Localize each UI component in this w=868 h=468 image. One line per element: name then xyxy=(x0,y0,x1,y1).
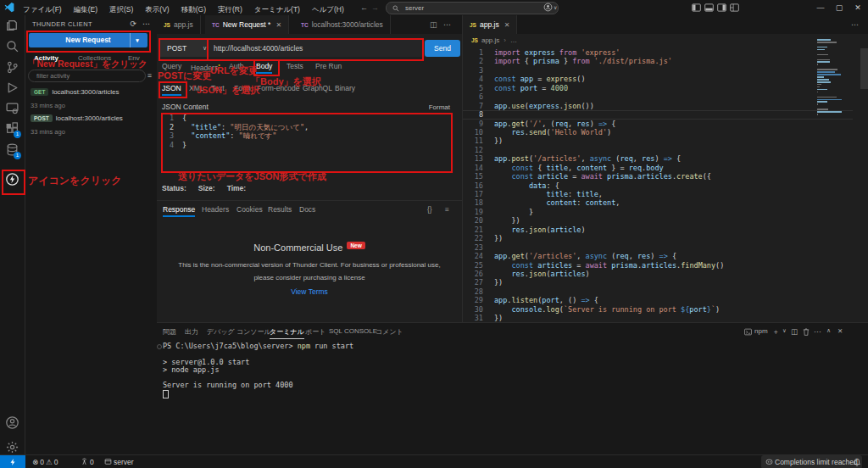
problems-status[interactable]: ⊗0 ⚠0 xyxy=(32,455,58,468)
tab-new-request[interactable]: TCNew Request *✕ xyxy=(205,15,289,34)
response-tab-cookies[interactable]: Cookies xyxy=(236,205,263,214)
method-select[interactable]: POST∨ xyxy=(160,40,211,57)
toggle-secondary-sidebar-icon[interactable] xyxy=(717,3,726,12)
editor-more-actions-icon[interactable]: ⋯ xyxy=(851,15,859,34)
restore-button[interactable]: ▢ xyxy=(831,0,848,15)
response-list-icon[interactable]: ≡ xyxy=(445,205,449,214)
response-tab-response[interactable]: Response xyxy=(163,205,195,217)
format-link[interactable]: Format xyxy=(429,103,450,111)
panel-tab-output[interactable]: 出力 xyxy=(185,327,198,337)
terminal-dropdown-icon[interactable]: ∨ xyxy=(782,327,787,334)
request-tab-body[interactable]: Body xyxy=(256,62,272,74)
body-tab-formencode[interactable]: Form-encode xyxy=(257,84,300,92)
response-tab-results[interactable]: Results xyxy=(268,205,292,214)
split-editor-icon[interactable]: ◫ xyxy=(430,15,437,34)
ports-icon xyxy=(81,458,88,465)
panel-tab-terminal[interactable]: ターミナル xyxy=(270,327,304,339)
editor-tabbar-right-group: JSapp.js✕ ⋯ xyxy=(462,15,868,35)
search-box[interactable]: server xyxy=(386,2,559,14)
request-tab-auth[interactable]: Auth xyxy=(229,62,244,70)
new-request-button[interactable]: New Request ▾ xyxy=(29,33,147,47)
panel-tab-debug-console[interactable]: デバッグ コンソール xyxy=(207,327,271,337)
activity-item-post[interactable]: POSTlocalhost:3000/articles 33 mins ago xyxy=(31,110,123,136)
account-sidebar-icon[interactable] xyxy=(5,415,19,430)
close-panel-icon[interactable]: ✕ xyxy=(837,327,843,335)
request-tab-query[interactable]: Query xyxy=(162,62,181,70)
nav-forward-icon[interactable]: → xyxy=(371,0,379,15)
panel-more-icon[interactable]: ⋯ xyxy=(814,327,821,336)
folder-status[interactable]: server xyxy=(104,455,134,468)
size-label: Size: xyxy=(198,184,215,192)
editor-scrollbar[interactable] xyxy=(860,48,868,89)
new-request-chevron-icon[interactable]: ▾ xyxy=(130,33,144,47)
notifications-bell[interactable] xyxy=(853,455,861,468)
view-terms-link[interactable]: View Terms xyxy=(157,287,462,296)
response-tab-headers[interactable]: Headers xyxy=(202,205,229,214)
send-button[interactable]: Send xyxy=(425,40,460,57)
tab-appjs-right[interactable]: JSapp.js✕ xyxy=(463,15,517,34)
remote-explorer-icon[interactable] xyxy=(5,101,19,115)
toggle-panel-icon[interactable] xyxy=(704,3,714,12)
response-raw-icon[interactable]: {} xyxy=(427,205,432,214)
request-time: 33 mins ago xyxy=(31,102,120,109)
tab-close-icon[interactable]: ✕ xyxy=(504,21,510,29)
panel-tab-ports[interactable]: ポート xyxy=(305,327,326,337)
tab-close-icon[interactable]: ✕ xyxy=(275,21,281,29)
tab-collections[interactable]: Collections xyxy=(78,54,111,62)
thunder-client-icon[interactable] xyxy=(5,172,19,187)
minimize-button[interactable]: — xyxy=(812,0,829,15)
search-sidebar-icon[interactable] xyxy=(5,39,19,53)
minimap[interactable] xyxy=(817,39,854,116)
filter-menu-icon[interactable]: ≡ xyxy=(147,71,152,80)
settings-gear-icon[interactable] xyxy=(5,440,19,454)
tab-appjs-left[interactable]: JSapp.js xyxy=(157,15,201,34)
account-icon[interactable] xyxy=(543,3,553,12)
panel-tab-sql-console[interactable]: SQL CONSOLE xyxy=(329,327,377,335)
code-editor[interactable]: JSapp.js›… 1import express from 'express… xyxy=(462,34,868,322)
panel-tab-comments[interactable]: コメント xyxy=(376,327,403,337)
code-lines[interactable]: 1import express from 'express'2import { … xyxy=(463,48,853,323)
terminal-output[interactable]: PS C:\Users\j7ca5\blog\server> npm run s… xyxy=(163,343,353,398)
kill-terminal-icon[interactable] xyxy=(803,328,810,336)
bottom-panel: 問題 出力 デバッグ コンソール ターミナル ポート SQL CONSOLE コ… xyxy=(157,322,868,455)
source-control-icon[interactable] xyxy=(5,60,19,75)
body-tab-json[interactable]: JSON xyxy=(162,84,181,96)
remote-indicator[interactable] xyxy=(0,455,25,468)
sidebar-more-icon[interactable]: ⋯ xyxy=(142,20,150,28)
tab-env[interactable]: Env xyxy=(128,54,140,62)
body-tab-binary[interactable]: Binary xyxy=(335,84,355,92)
terminal-process-label[interactable]: npm xyxy=(754,327,768,335)
tab-activity[interactable]: Activity xyxy=(34,54,58,62)
customize-layout-icon[interactable] xyxy=(730,3,739,12)
nav-back-icon[interactable]: ← xyxy=(360,0,368,15)
panel-tab-problems[interactable]: 問題 xyxy=(163,327,176,337)
request-tab-tests[interactable]: Tests xyxy=(287,62,303,70)
refresh-icon[interactable]: ⟳ xyxy=(130,20,136,28)
toggle-sidebar-icon[interactable] xyxy=(692,3,701,12)
split-terminal-icon[interactable]: ◫ xyxy=(791,327,798,336)
explorer-icon[interactable] xyxy=(5,18,19,32)
run-debug-icon[interactable] xyxy=(5,81,19,95)
maximize-panel-icon[interactable]: ∧ xyxy=(826,327,831,334)
response-tab-docs[interactable]: Docs xyxy=(299,205,315,214)
copilot-status[interactable]: Completions limit reached xyxy=(761,455,862,468)
body-tab-graphql[interactable]: GraphQL xyxy=(303,84,332,92)
ports-status[interactable]: 0 xyxy=(81,455,94,468)
close-button[interactable]: ✕ xyxy=(849,0,866,15)
body-tab-form[interactable]: Form xyxy=(234,84,251,92)
editor-more-actions-icon[interactable]: ⋯ xyxy=(443,15,451,34)
filter-activity-input[interactable]: filter activity xyxy=(28,70,146,82)
breadcrumb[interactable]: JSapp.js›… xyxy=(471,36,517,44)
url-input[interactable]: http://localhost:4000/articles xyxy=(208,40,427,57)
tab-localhost-articles[interactable]: TClocalhost:3000/articles xyxy=(294,15,391,34)
body-tab-text[interactable]: Text xyxy=(211,84,225,92)
activity-item-get[interactable]: GETlocalhost:3000/articles 33 mins ago xyxy=(31,84,120,109)
folder-icon xyxy=(104,458,112,465)
json-body-editor[interactable]: 1{2 "title": "明日の天気について",3 "content": "晴… xyxy=(162,114,445,170)
request-tab-prerun[interactable]: Pre Run xyxy=(315,62,342,70)
body-tab-xml[interactable]: XML xyxy=(189,84,203,92)
bell-icon xyxy=(853,458,861,466)
request-url: localhost:3000/articles xyxy=(56,114,123,122)
new-terminal-icon[interactable]: ＋ xyxy=(772,327,780,337)
request-tab-headers[interactable]: Headers• xyxy=(191,62,220,72)
